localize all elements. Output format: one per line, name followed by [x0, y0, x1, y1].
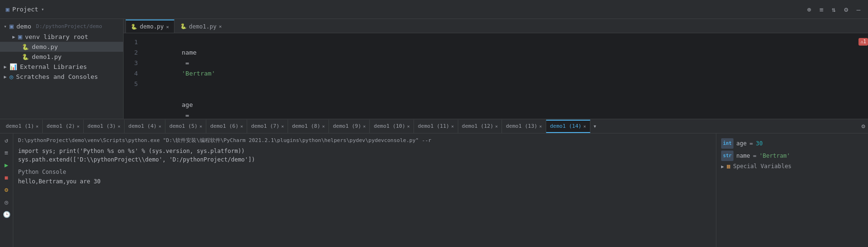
console-tab-7-close[interactable]: ✕	[281, 124, 284, 129]
demo-py-icon: 🐍	[22, 44, 29, 50]
venv-folder-icon: ▣	[18, 33, 22, 40]
console-tab-5-close[interactable]: ✕	[200, 124, 202, 129]
debug-name-row: str name = 'Bertram'	[721, 150, 863, 162]
console-tab-2[interactable]: demo1 (2) ✕	[43, 120, 84, 133]
target-icon[interactable]: ◎	[2, 197, 11, 207]
code-line-2: age = 30	[145, 89, 858, 119]
demo-path: D:/pythonProject/demo	[36, 23, 102, 29]
sidebar-item-ext-lib[interactable]: ▶ 📊 External Libraries	[0, 62, 123, 72]
console-output: hello,Bertram,you are 30	[18, 177, 711, 186]
special-variables-row[interactable]: ▶ ▦ Special Variables	[721, 162, 863, 171]
editor-tabs: 🐍 demo.py ✕ 🐍 demo1.py ✕	[124, 19, 868, 33]
console-extend-line: sys.path.extend(['D:\\pythonProject\\dem…	[18, 155, 711, 164]
list-icon[interactable]: ≡	[2, 148, 11, 157]
warning-badge: ⚠1	[858, 38, 868, 46]
console-tab-1-close[interactable]: ✕	[36, 124, 39, 129]
special-vars-icon: ▦	[727, 163, 730, 170]
console-tab-4-close[interactable]: ✕	[159, 124, 161, 129]
name-type-badge: str	[721, 151, 733, 161]
minimize-icon[interactable]: —	[855, 6, 862, 13]
globe-icon[interactable]: ⊕	[805, 6, 813, 13]
sidebar-item-venv[interactable]: ▶ ▣ venv library root	[0, 31, 123, 42]
line-numbers: 1 2 3 4 5	[124, 37, 143, 115]
sidebar-item-demo[interactable]: ▾ ▣ demo D:/pythonProject/demo	[0, 21, 123, 31]
tab-py-icon: 🐍	[131, 24, 137, 30]
venv-chevron-icon: ▶	[12, 34, 15, 39]
console-left-toolbar: ↺ ≡ ▶ ◼ ⚙ ◎ 🕒	[0, 133, 13, 247]
console-tab-5[interactable]: demo1 (5) ✕	[165, 120, 206, 133]
console-tab-6[interactable]: demo1 (6) ✕	[206, 120, 247, 133]
console-tab-4[interactable]: demo1 (4) ✕	[125, 120, 165, 133]
console-tab-1[interactable]: demo1 (1) ✕	[2, 120, 43, 133]
tab-demo-py[interactable]: 🐍 demo.py ✕	[125, 19, 174, 33]
list-icon[interactable]: ≡	[818, 6, 825, 13]
tab-demo1-close-icon[interactable]: ✕	[219, 24, 222, 29]
clock-icon[interactable]: 🕒	[2, 209, 11, 219]
console-tab-8[interactable]: demo1 (8) ✕	[288, 120, 329, 133]
project-title: ▣ Project ▾	[6, 6, 44, 13]
sidebar-item-scratches[interactable]: ▶ ◎ Scratches and Consoles	[0, 72, 123, 82]
python-console-label: Python Console	[18, 168, 711, 176]
folder-icon: ▣	[6, 6, 10, 13]
console-tab-13-close[interactable]: ✕	[539, 124, 541, 129]
age-name: age	[736, 139, 747, 148]
console-tab-14-label: demo1 (14)	[550, 123, 581, 129]
toolbar-actions: ⊕ ≡ ⇅ ⚙ —	[805, 6, 862, 13]
bottom-panel: demo1 (1) ✕ demo1 (2) ✕ demo1 (3) ✕ demo…	[0, 119, 868, 247]
console-tab-12-close[interactable]: ✕	[495, 124, 498, 129]
main-area: ▾ ▣ demo D:/pythonProject/demo ▶ ▣ venv …	[0, 19, 868, 119]
console-tab-5-label: demo1 (5)	[169, 123, 198, 129]
console-tab-14[interactable]: demo1 (14) ✕	[546, 120, 590, 133]
console-tab-1-label: demo1 (1)	[6, 123, 34, 129]
settings-icon[interactable]: ⚙	[842, 6, 850, 13]
dropdown-icon[interactable]: ▾	[41, 7, 44, 12]
console-tab-12-label: demo1 (12)	[462, 123, 493, 129]
editor-content: 1 2 3 4 5 name = 'Bertram' age = 30	[124, 33, 868, 119]
demo-label: demo	[16, 23, 31, 30]
console-tab-11-label: demo1 (11)	[418, 123, 449, 129]
settings-icon[interactable]: ⚙	[2, 185, 11, 194]
sort-icon[interactable]: ⇅	[830, 6, 838, 13]
console-tab-8-close[interactable]: ✕	[322, 124, 325, 129]
console-tab-11-close[interactable]: ✕	[451, 124, 453, 129]
sidebar-item-demo1-py[interactable]: 🐍 demo1.py	[0, 52, 123, 62]
sidebar-item-demo-py[interactable]: 🐍 demo.py	[0, 42, 123, 52]
console-main: D:\pythonProject\demo\venv\Scripts\pytho…	[13, 133, 716, 247]
demo-py-label: demo.py	[32, 43, 58, 50]
venv-label: venv library root	[25, 33, 88, 40]
tab-demo-py-label: demo.py	[140, 23, 164, 30]
console-tab-13[interactable]: demo1 (13) ✕	[502, 120, 546, 133]
console-tab-12[interactable]: demo1 (12) ✕	[458, 120, 502, 133]
project-label: Project	[12, 6, 39, 13]
console-tab-7[interactable]: demo1 (7) ✕	[247, 120, 288, 133]
console-command-line: D:\pythonProject\demo\venv\Scripts\pytho…	[18, 136, 711, 145]
ext-lib-icon: 📊	[10, 63, 17, 70]
name-name: name	[736, 151, 750, 161]
tab-demo1-py-icon: 🐍	[180, 23, 187, 29]
console-tab-9[interactable]: demo1 (9) ✕	[329, 120, 370, 133]
console-tab-10[interactable]: demo1 (10) ✕	[370, 120, 414, 133]
scratch-label: Scratches and Consoles	[16, 73, 98, 80]
tab-demo-close-icon[interactable]: ✕	[166, 24, 169, 29]
run-icon[interactable]: ▶	[2, 160, 11, 170]
tabs-overflow-icon[interactable]: ▾	[590, 123, 600, 130]
console-tab-2-label: demo1 (2)	[47, 123, 75, 129]
demo1-py-label: demo1.py	[32, 53, 62, 60]
tab-demo1-py[interactable]: 🐍 demo1.py ✕	[175, 19, 227, 33]
console-tab-3-close[interactable]: ✕	[118, 124, 120, 129]
code-editor[interactable]: name = 'Bertram' age = 30 print ( f"hell…	[143, 37, 858, 115]
console-tab-10-close[interactable]: ✕	[407, 124, 410, 129]
special-expand-icon[interactable]: ▶	[721, 164, 724, 169]
console-tab-14-close[interactable]: ✕	[583, 124, 586, 129]
tab-demo1-py-label: demo1.py	[189, 23, 217, 30]
console-tab-9-close[interactable]: ✕	[363, 124, 366, 129]
console-tab-7-label: demo1 (7)	[251, 123, 280, 129]
console-tab-3[interactable]: demo1 (3) ✕	[84, 120, 125, 133]
rerun-icon[interactable]: ↺	[2, 135, 11, 145]
console-tab-3-label: demo1 (3)	[87, 123, 116, 129]
tabs-settings-icon[interactable]: ⚙	[858, 123, 868, 130]
console-tab-11[interactable]: demo1 (11) ✕	[414, 120, 458, 133]
stop-icon[interactable]: ◼	[2, 172, 11, 182]
console-tab-6-close[interactable]: ✕	[241, 124, 243, 129]
console-tab-2-close[interactable]: ✕	[77, 124, 79, 129]
